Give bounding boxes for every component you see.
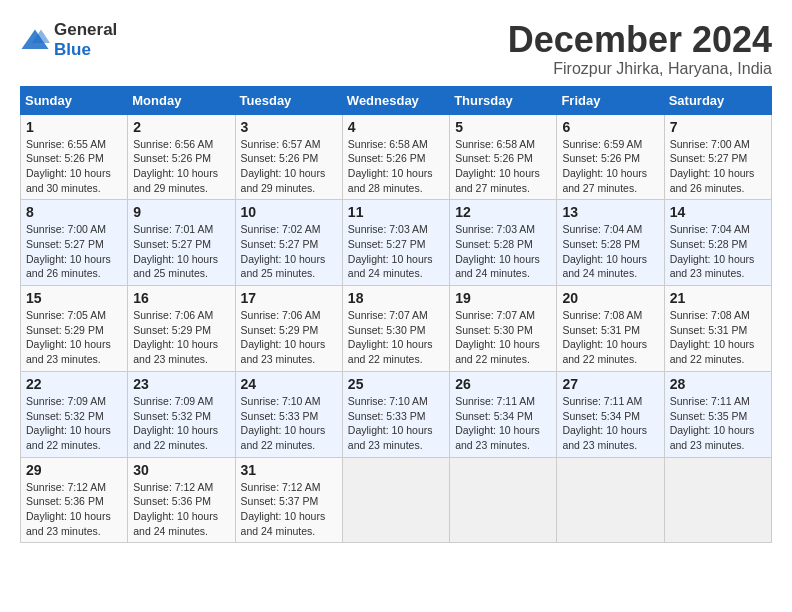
day-number: 11 — [348, 204, 444, 220]
table-row: 2Sunrise: 6:56 AMSunset: 5:26 PMDaylight… — [128, 114, 235, 200]
day-info: Sunrise: 6:58 AMSunset: 5:26 PMDaylight:… — [348, 137, 444, 196]
day-info: Sunrise: 6:58 AMSunset: 5:26 PMDaylight:… — [455, 137, 551, 196]
day-info: Sunrise: 7:00 AMSunset: 5:27 PMDaylight:… — [670, 137, 766, 196]
table-row: 23Sunrise: 7:09 AMSunset: 5:32 PMDayligh… — [128, 371, 235, 457]
day-number: 12 — [455, 204, 551, 220]
table-row: 13Sunrise: 7:04 AMSunset: 5:28 PMDayligh… — [557, 200, 664, 286]
table-row: 16Sunrise: 7:06 AMSunset: 5:29 PMDayligh… — [128, 286, 235, 372]
calendar-week-row: 8Sunrise: 7:00 AMSunset: 5:27 PMDaylight… — [21, 200, 772, 286]
table-row: 18Sunrise: 7:07 AMSunset: 5:30 PMDayligh… — [342, 286, 449, 372]
day-number: 3 — [241, 119, 337, 135]
day-number: 15 — [26, 290, 122, 306]
day-info: Sunrise: 7:05 AMSunset: 5:29 PMDaylight:… — [26, 308, 122, 367]
header-thursday: Thursday — [450, 86, 557, 114]
table-row: 4Sunrise: 6:58 AMSunset: 5:26 PMDaylight… — [342, 114, 449, 200]
table-row: 26Sunrise: 7:11 AMSunset: 5:34 PMDayligh… — [450, 371, 557, 457]
day-number: 20 — [562, 290, 658, 306]
day-number: 22 — [26, 376, 122, 392]
table-row: 24Sunrise: 7:10 AMSunset: 5:33 PMDayligh… — [235, 371, 342, 457]
day-number: 14 — [670, 204, 766, 220]
table-row: 30Sunrise: 7:12 AMSunset: 5:36 PMDayligh… — [128, 457, 235, 543]
table-row — [450, 457, 557, 543]
table-row: 21Sunrise: 7:08 AMSunset: 5:31 PMDayligh… — [664, 286, 771, 372]
calendar-body: 1Sunrise: 6:55 AMSunset: 5:26 PMDaylight… — [21, 114, 772, 543]
header-monday: Monday — [128, 86, 235, 114]
day-number: 9 — [133, 204, 229, 220]
day-number: 23 — [133, 376, 229, 392]
header-sunday: Sunday — [21, 86, 128, 114]
table-row: 25Sunrise: 7:10 AMSunset: 5:33 PMDayligh… — [342, 371, 449, 457]
day-number: 30 — [133, 462, 229, 478]
day-info: Sunrise: 7:08 AMSunset: 5:31 PMDaylight:… — [562, 308, 658, 367]
day-number: 16 — [133, 290, 229, 306]
table-row: 6Sunrise: 6:59 AMSunset: 5:26 PMDaylight… — [557, 114, 664, 200]
day-info: Sunrise: 7:08 AMSunset: 5:31 PMDaylight:… — [670, 308, 766, 367]
day-info: Sunrise: 7:11 AMSunset: 5:35 PMDaylight:… — [670, 394, 766, 453]
calendar-table: Sunday Monday Tuesday Wednesday Thursday… — [20, 86, 772, 544]
table-row: 7Sunrise: 7:00 AMSunset: 5:27 PMDaylight… — [664, 114, 771, 200]
day-number: 28 — [670, 376, 766, 392]
table-row: 9Sunrise: 7:01 AMSunset: 5:27 PMDaylight… — [128, 200, 235, 286]
calendar-week-row: 15Sunrise: 7:05 AMSunset: 5:29 PMDayligh… — [21, 286, 772, 372]
day-number: 7 — [670, 119, 766, 135]
table-row: 28Sunrise: 7:11 AMSunset: 5:35 PMDayligh… — [664, 371, 771, 457]
page-header: General Blue December 2024 Firozpur Jhir… — [20, 20, 772, 78]
table-row: 14Sunrise: 7:04 AMSunset: 5:28 PMDayligh… — [664, 200, 771, 286]
calendar-header: Sunday Monday Tuesday Wednesday Thursday… — [21, 86, 772, 114]
day-info: Sunrise: 7:06 AMSunset: 5:29 PMDaylight:… — [241, 308, 337, 367]
day-info: Sunrise: 7:01 AMSunset: 5:27 PMDaylight:… — [133, 222, 229, 281]
calendar-week-row: 22Sunrise: 7:09 AMSunset: 5:32 PMDayligh… — [21, 371, 772, 457]
day-info: Sunrise: 7:02 AMSunset: 5:27 PMDaylight:… — [241, 222, 337, 281]
table-row: 22Sunrise: 7:09 AMSunset: 5:32 PMDayligh… — [21, 371, 128, 457]
header-row: Sunday Monday Tuesday Wednesday Thursday… — [21, 86, 772, 114]
day-number: 1 — [26, 119, 122, 135]
table-row: 3Sunrise: 6:57 AMSunset: 5:26 PMDaylight… — [235, 114, 342, 200]
day-number: 4 — [348, 119, 444, 135]
day-number: 17 — [241, 290, 337, 306]
day-number: 2 — [133, 119, 229, 135]
day-info: Sunrise: 7:12 AMSunset: 5:37 PMDaylight:… — [241, 480, 337, 539]
logo: General Blue — [20, 20, 117, 60]
location: Firozpur Jhirka, Haryana, India — [508, 60, 772, 78]
table-row: 29Sunrise: 7:12 AMSunset: 5:36 PMDayligh… — [21, 457, 128, 543]
table-row — [342, 457, 449, 543]
day-info: Sunrise: 7:10 AMSunset: 5:33 PMDaylight:… — [348, 394, 444, 453]
day-number: 31 — [241, 462, 337, 478]
table-row: 19Sunrise: 7:07 AMSunset: 5:30 PMDayligh… — [450, 286, 557, 372]
day-info: Sunrise: 6:55 AMSunset: 5:26 PMDaylight:… — [26, 137, 122, 196]
day-number: 18 — [348, 290, 444, 306]
day-number: 6 — [562, 119, 658, 135]
logo-text: General Blue — [54, 20, 117, 60]
table-row — [664, 457, 771, 543]
day-number: 25 — [348, 376, 444, 392]
header-saturday: Saturday — [664, 86, 771, 114]
table-row: 10Sunrise: 7:02 AMSunset: 5:27 PMDayligh… — [235, 200, 342, 286]
day-info: Sunrise: 7:09 AMSunset: 5:32 PMDaylight:… — [26, 394, 122, 453]
table-row: 15Sunrise: 7:05 AMSunset: 5:29 PMDayligh… — [21, 286, 128, 372]
table-row: 27Sunrise: 7:11 AMSunset: 5:34 PMDayligh… — [557, 371, 664, 457]
header-friday: Friday — [557, 86, 664, 114]
day-info: Sunrise: 7:00 AMSunset: 5:27 PMDaylight:… — [26, 222, 122, 281]
day-info: Sunrise: 7:04 AMSunset: 5:28 PMDaylight:… — [562, 222, 658, 281]
table-row: 1Sunrise: 6:55 AMSunset: 5:26 PMDaylight… — [21, 114, 128, 200]
table-row: 20Sunrise: 7:08 AMSunset: 5:31 PMDayligh… — [557, 286, 664, 372]
table-row: 5Sunrise: 6:58 AMSunset: 5:26 PMDaylight… — [450, 114, 557, 200]
day-info: Sunrise: 7:10 AMSunset: 5:33 PMDaylight:… — [241, 394, 337, 453]
table-row: 31Sunrise: 7:12 AMSunset: 5:37 PMDayligh… — [235, 457, 342, 543]
day-info: Sunrise: 7:11 AMSunset: 5:34 PMDaylight:… — [455, 394, 551, 453]
day-info: Sunrise: 6:59 AMSunset: 5:26 PMDaylight:… — [562, 137, 658, 196]
month-title: December 2024 — [508, 20, 772, 60]
day-number: 19 — [455, 290, 551, 306]
calendar-week-row: 29Sunrise: 7:12 AMSunset: 5:36 PMDayligh… — [21, 457, 772, 543]
day-info: Sunrise: 7:11 AMSunset: 5:34 PMDaylight:… — [562, 394, 658, 453]
day-info: Sunrise: 7:12 AMSunset: 5:36 PMDaylight:… — [133, 480, 229, 539]
table-row — [557, 457, 664, 543]
day-info: Sunrise: 7:03 AMSunset: 5:27 PMDaylight:… — [348, 222, 444, 281]
logo-icon — [20, 28, 50, 52]
day-number: 21 — [670, 290, 766, 306]
day-number: 8 — [26, 204, 122, 220]
logo-blue: Blue — [54, 40, 91, 59]
day-info: Sunrise: 7:04 AMSunset: 5:28 PMDaylight:… — [670, 222, 766, 281]
day-info: Sunrise: 7:06 AMSunset: 5:29 PMDaylight:… — [133, 308, 229, 367]
title-area: December 2024 Firozpur Jhirka, Haryana, … — [508, 20, 772, 78]
